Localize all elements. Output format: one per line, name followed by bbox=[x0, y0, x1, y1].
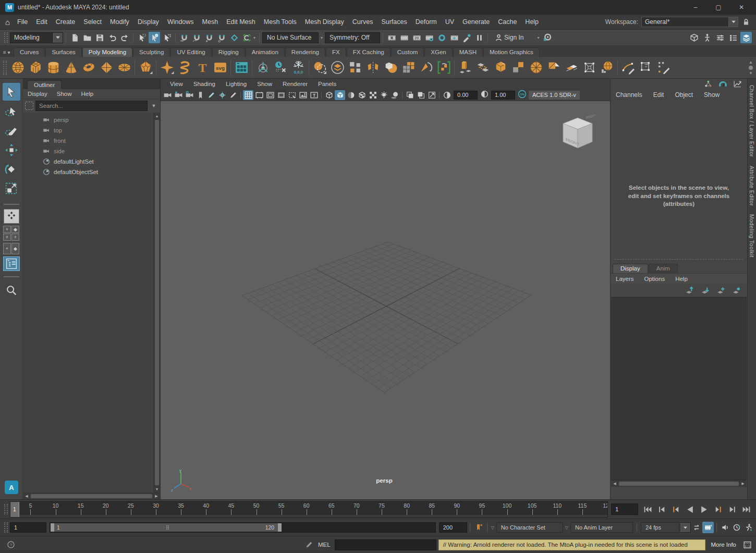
outliner-item-defaultObjectSet[interactable]: defaultObjectSet bbox=[23, 167, 153, 177]
poly-plane-icon[interactable] bbox=[97, 58, 115, 77]
range-end-handle[interactable] bbox=[278, 523, 282, 532]
bevel-icon[interactable] bbox=[492, 58, 509, 77]
snap-projected-icon[interactable] bbox=[216, 32, 227, 43]
view-cube[interactable]: FRONT RIGHT bbox=[559, 115, 596, 155]
outliner-vscrollbar[interactable]: ▲ ▼ bbox=[153, 113, 160, 493]
outliner-menu-help[interactable]: Help bbox=[77, 91, 99, 97]
rotate-tool[interactable] bbox=[3, 160, 20, 178]
scroll-left-icon[interactable]: ◀ bbox=[611, 481, 618, 487]
shelf-tab-fx-caching[interactable]: FX Caching bbox=[347, 47, 391, 57]
current-frame-field[interactable]: 1 bbox=[611, 503, 638, 515]
crease-icon[interactable] bbox=[417, 58, 435, 77]
extrude-icon[interactable] bbox=[456, 58, 474, 77]
snap-point-icon[interactable] bbox=[203, 32, 215, 43]
scroll-right-icon[interactable]: ▶ bbox=[739, 481, 747, 487]
field-chart-icon[interactable] bbox=[287, 90, 297, 100]
sign-in-button[interactable]: Sign In ▾ bbox=[491, 32, 541, 44]
speed-gauge-icon[interactable] bbox=[717, 78, 728, 90]
super-shape-icon[interactable] bbox=[158, 58, 176, 77]
shelf-tab-surfaces[interactable]: Surfaces bbox=[45, 47, 81, 57]
display-triad-icon[interactable] bbox=[702, 78, 714, 90]
shelf-tab-custom[interactable]: Custom bbox=[391, 47, 424, 57]
search-filter-caret-icon[interactable]: ▼ bbox=[150, 103, 158, 108]
anim-layer-caret-icon[interactable]: ▽ bbox=[565, 525, 568, 530]
character-set-select[interactable]: No Character Set bbox=[496, 522, 563, 533]
poly-sphere-icon[interactable] bbox=[9, 58, 27, 77]
shaded-icon[interactable] bbox=[335, 90, 345, 100]
loop-playback-icon[interactable] bbox=[691, 522, 702, 533]
sculpt-icon[interactable] bbox=[598, 58, 616, 77]
save-scene-icon[interactable] bbox=[94, 32, 105, 43]
film-gate-icon[interactable] bbox=[254, 90, 264, 100]
image-plane-icon[interactable] bbox=[298, 90, 308, 100]
layout-cell[interactable]: + bbox=[11, 234, 19, 241]
color-management-on-icon[interactable]: ON bbox=[517, 89, 527, 99]
hypershade-icon[interactable] bbox=[448, 32, 460, 43]
graph-editor-icon[interactable] bbox=[731, 78, 743, 90]
paint-select-tool[interactable] bbox=[3, 121, 20, 139]
channel-box-menu-channels[interactable]: Channels bbox=[616, 91, 648, 99]
platonic-solid-icon[interactable] bbox=[137, 58, 154, 77]
zoom-tool[interactable] bbox=[3, 281, 20, 299]
time-editor-icon[interactable] bbox=[702, 522, 714, 533]
retopologize-icon[interactable] bbox=[435, 58, 453, 77]
layer-editor-toggle-icon[interactable] bbox=[740, 32, 752, 43]
fps-select[interactable]: 24 fps bbox=[641, 522, 679, 533]
poly-cube-icon[interactable] bbox=[27, 58, 44, 77]
gamma-icon[interactable] bbox=[479, 89, 490, 99]
bookmark-add-icon[interactable] bbox=[473, 522, 484, 533]
playback-range-bar[interactable]: 1 120 bbox=[51, 523, 282, 532]
shelf-tab-xgen[interactable]: XGen bbox=[424, 47, 452, 57]
combine-icon[interactable] bbox=[328, 58, 346, 77]
time-slider[interactable]: 1 51015202530354045505560657075808590951… bbox=[10, 501, 608, 518]
booleans-icon[interactable] bbox=[311, 58, 328, 77]
lasso-tool[interactable] bbox=[3, 102, 20, 120]
shelf-tab-motion-graphics[interactable]: Motion Graphics bbox=[483, 47, 540, 57]
select-hierarchy-icon[interactable] bbox=[136, 32, 148, 43]
snap-grid-icon[interactable] bbox=[178, 32, 190, 43]
help-icon[interactable]: ? bbox=[5, 539, 17, 550]
shadows-icon[interactable] bbox=[368, 90, 378, 100]
render-settings-icon[interactable] bbox=[423, 32, 435, 43]
quad-draw-icon[interactable] bbox=[563, 58, 580, 77]
panel-splitter[interactable] bbox=[615, 259, 743, 260]
poly-cylinder-icon[interactable] bbox=[44, 58, 62, 77]
circularize-icon[interactable] bbox=[527, 58, 545, 77]
annotate-icon[interactable] bbox=[228, 90, 238, 100]
anim-layer-select[interactable]: No Anim Layer bbox=[570, 522, 633, 533]
step-back-key-button[interactable] bbox=[669, 503, 682, 515]
select-component-icon[interactable] bbox=[161, 32, 173, 43]
range-slider-grip[interactable] bbox=[4, 522, 8, 533]
channel-box-menu-object[interactable]: Object bbox=[675, 91, 699, 99]
current-frame-marker[interactable]: 1 bbox=[10, 502, 19, 517]
step-forward-frame-button[interactable] bbox=[726, 503, 739, 515]
menu-mesh-display[interactable]: Mesh Display bbox=[301, 16, 348, 28]
bridge-icon[interactable] bbox=[474, 58, 492, 77]
step-forward-key-button[interactable] bbox=[712, 503, 725, 515]
viewport-menu-renderer[interactable]: Renderer bbox=[277, 81, 313, 87]
expand-tree-icon[interactable] bbox=[25, 102, 33, 110]
shelf-tab-curves[interactable]: Curves bbox=[14, 47, 45, 57]
scroll-thumb[interactable] bbox=[31, 494, 152, 498]
range-start-handle[interactable] bbox=[51, 523, 54, 532]
side-tab-channel-box-layer-editor[interactable]: Channel Box / Layer Editor bbox=[749, 85, 755, 157]
render-view-icon[interactable] bbox=[386, 32, 397, 43]
viewport-menu-shading[interactable]: Shading bbox=[188, 81, 221, 87]
menu-deform[interactable]: Deform bbox=[411, 16, 441, 28]
menu-uv[interactable]: UV bbox=[441, 16, 458, 28]
play-backwards-button[interactable] bbox=[684, 503, 697, 515]
scroll-thumb[interactable] bbox=[155, 120, 159, 485]
more-info-button[interactable]: More Info bbox=[705, 542, 741, 548]
channel-box-toggle-icon[interactable] bbox=[714, 32, 726, 43]
smooth-icon[interactable] bbox=[382, 58, 399, 77]
toon-shader-icon[interactable] bbox=[436, 32, 447, 43]
home-icon[interactable]: ⌂ bbox=[5, 18, 10, 27]
delete-history-icon[interactable] bbox=[272, 58, 289, 77]
outliner-item-front[interactable]: front bbox=[23, 136, 153, 146]
poly-disc-icon[interactable] bbox=[115, 58, 133, 77]
outliner-hscrollbar[interactable]: ◀ ▶ bbox=[23, 493, 160, 499]
workspace-caret-icon[interactable] bbox=[729, 17, 738, 27]
shelf-scroll-dot[interactable] bbox=[749, 66, 753, 70]
render-current-frame-icon[interactable] bbox=[398, 32, 410, 43]
helix-icon[interactable] bbox=[176, 58, 193, 77]
